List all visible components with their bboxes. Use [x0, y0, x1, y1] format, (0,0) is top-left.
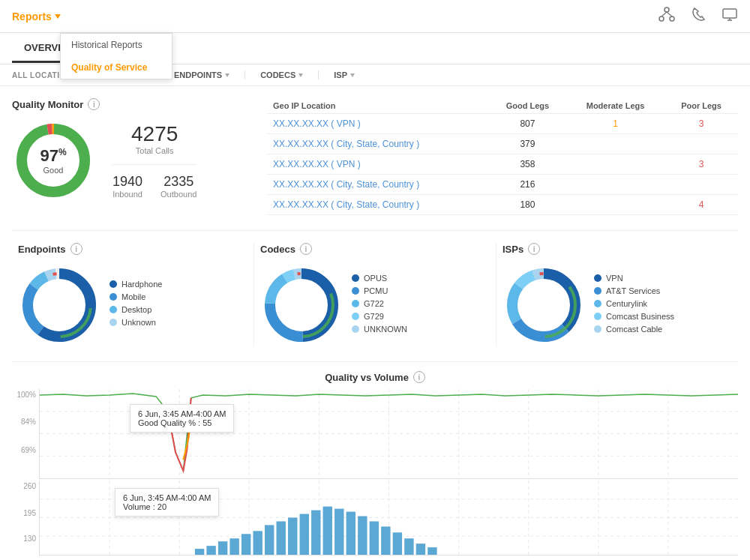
- geo-location-cell[interactable]: XX.XX.XX.XX ( VPN ): [267, 114, 489, 134]
- geo-poor-cell: 3: [664, 114, 738, 134]
- legend-item: Centurylink: [594, 299, 674, 308]
- svg-rect-74: [370, 521, 379, 555]
- legend-label: OPUS: [364, 274, 387, 283]
- geo-poor-cell: [664, 175, 738, 195]
- legend-item: Unknown: [110, 318, 162, 327]
- legend-label: G729: [364, 312, 384, 321]
- geo-poor-cell: [664, 134, 738, 154]
- legend-dot: [594, 300, 602, 307]
- legend-label: Mobile: [122, 292, 146, 301]
- geo-location-cell[interactable]: XX.XX.XX.XX ( City, State, Country ): [267, 134, 489, 154]
- tooltip-quality-value: Good Quality % : 55: [138, 418, 226, 427]
- dropdown-historical-reports[interactable]: Historical Reports: [61, 34, 172, 56]
- total-calls-number: 4275: [112, 122, 196, 146]
- filter-endpoints[interactable]: ENDPOINTS: [174, 70, 245, 79]
- svg-rect-72: [346, 512, 356, 555]
- geo-header-location: Geo IP Location: [267, 98, 489, 114]
- donuts-section: Endpoints i: [12, 230, 738, 346]
- volume-chart-area: 6 Jun, 3:45 AM-4:00 AM Volume : 20: [39, 481, 738, 556]
- outbound-number: 2335: [160, 174, 196, 190]
- svg-rect-73: [358, 517, 367, 555]
- svg-point-1: [659, 16, 664, 21]
- geo-poor-cell: 4: [664, 195, 738, 215]
- quality-y-69: 69%: [12, 446, 36, 454]
- isps-title: ISPs i: [502, 243, 732, 255]
- isps-donut-legend: VPNAT&T ServicesCenturylinkComcast Busin…: [502, 264, 732, 346]
- codecs-info-icon[interactable]: i: [300, 243, 312, 255]
- reports-button[interactable]: Reports: [12, 10, 61, 22]
- legend-label: G722: [364, 299, 384, 308]
- legend-item: Comcast Cable: [594, 325, 674, 334]
- geo-moderate-cell: [566, 134, 664, 154]
- svg-point-0: [664, 7, 669, 12]
- geo-poor-cell: 3: [664, 154, 738, 175]
- geo-location-cell[interactable]: XX.XX.XX.XX ( VPN ): [267, 154, 489, 175]
- codecs-filter-arrow: [298, 73, 303, 77]
- table-row: XX.XX.XX.XX ( City, State, Country ) 216: [267, 175, 738, 195]
- svg-rect-5: [723, 9, 736, 18]
- codecs-donut: [260, 264, 343, 346]
- legend-label: UNKNOWN: [364, 325, 407, 334]
- endpoints-filter-arrow: [225, 73, 230, 77]
- quality-chart-container: 100% 84% 69%: [12, 389, 738, 479]
- geo-good-cell: 379: [489, 134, 566, 154]
- svg-rect-78: [416, 544, 425, 555]
- svg-rect-71: [334, 509, 344, 555]
- header: Reports Historical Reports Quality of Se…: [0, 0, 750, 33]
- svg-rect-68: [300, 514, 309, 555]
- legend-item: PCMU: [352, 286, 407, 295]
- total-calls-label: Total Calls: [112, 146, 196, 155]
- geo-ip-table: Geo IP Location Good Legs Moderate Legs …: [267, 98, 738, 215]
- monitor-icon[interactable]: [722, 6, 738, 26]
- volume-y-195: 195: [12, 509, 36, 517]
- quality-vs-volume-section: Quality vs Volume i 100% 84% 69%: [12, 361, 738, 556]
- geo-good-cell: 358: [489, 154, 566, 175]
- legend-label: Hardphone: [122, 280, 162, 289]
- legend-dot: [110, 306, 117, 313]
- quality-monitor-info-icon[interactable]: i: [88, 98, 100, 110]
- svg-rect-59: [195, 549, 204, 555]
- endpoints-title: Endpoints i: [18, 243, 248, 255]
- quality-donut-chart: 97% Good: [12, 119, 94, 202]
- legend-item: VPN: [594, 274, 674, 283]
- codecs-title: Codecs i: [260, 243, 490, 255]
- outbound-stat: 2335 Outbound: [160, 174, 196, 199]
- geo-good-cell: 216: [489, 175, 566, 195]
- filter-codecs[interactable]: CODECS: [260, 70, 319, 79]
- filter-isp[interactable]: ISP: [334, 70, 370, 79]
- legend-dot: [352, 325, 359, 333]
- quality-donut-label: 97% Good: [40, 146, 66, 175]
- geo-header-moderate: Moderate Legs: [566, 98, 664, 114]
- topology-icon[interactable]: [658, 6, 675, 26]
- geo-moderate-cell: [566, 195, 664, 215]
- legend-dot: [352, 287, 359, 295]
- main-content: Quality Monitor i: [0, 86, 750, 560]
- chart-info-icon[interactable]: i: [413, 371, 425, 383]
- svg-line-3: [662, 12, 667, 16]
- codecs-panel: Codecs i OPUSPCMUG722G729UNKNOWN: [254, 243, 496, 346]
- geo-location-cell[interactable]: XX.XX.XX.XX ( City, State, Country ): [267, 195, 489, 215]
- reports-dropdown-arrow: [55, 14, 61, 19]
- quality-y-100: 100%: [12, 391, 36, 399]
- total-calls: 4275 Total Calls: [112, 122, 196, 165]
- geo-location-cell[interactable]: XX.XX.XX.XX ( City, State, Country ): [267, 175, 489, 195]
- table-row: XX.XX.XX.XX ( City, State, Country ) 180…: [267, 195, 738, 215]
- legend-label: Centurylink: [606, 299, 647, 308]
- isps-info-icon[interactable]: i: [528, 243, 540, 255]
- legend-item: Mobile: [110, 292, 162, 301]
- quality-tooltip: 6 Jun, 3:45 AM-4:00 AM Good Quality % : …: [130, 404, 234, 433]
- svg-rect-61: [218, 541, 227, 555]
- geo-moderate-cell: [566, 154, 664, 175]
- svg-rect-65: [265, 525, 274, 555]
- quality-percentage: 97%: [40, 146, 66, 166]
- table-row: XX.XX.XX.XX ( VPN ) 358 3: [267, 154, 738, 175]
- phone-icon[interactable]: [690, 6, 706, 26]
- svg-rect-67: [288, 518, 297, 556]
- endpoints-info-icon[interactable]: i: [70, 243, 82, 255]
- svg-rect-79: [428, 547, 436, 555]
- legend-label: PCMU: [364, 286, 388, 295]
- legend-dot: [594, 287, 602, 295]
- top-section: Quality Monitor i: [12, 98, 738, 215]
- dropdown-quality-of-service[interactable]: Quality of Service: [61, 56, 172, 79]
- legend-item: UNKNOWN: [352, 325, 407, 334]
